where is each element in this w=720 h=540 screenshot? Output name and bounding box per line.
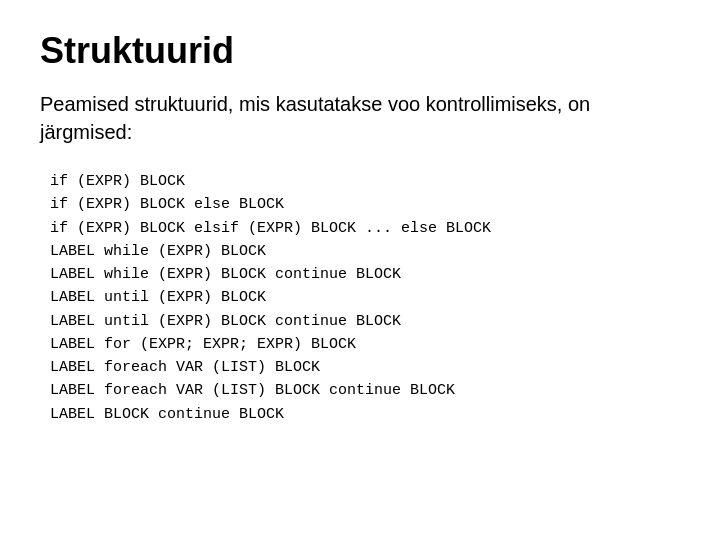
code-line: LABEL until (EXPR) BLOCK continue BLOCK [50, 310, 680, 333]
code-line: LABEL foreach VAR (LIST) BLOCK continue … [50, 379, 680, 402]
code-line: LABEL until (EXPR) BLOCK [50, 286, 680, 309]
code-line: LABEL for (EXPR; EXPR; EXPR) BLOCK [50, 333, 680, 356]
code-line: LABEL while (EXPR) BLOCK [50, 240, 680, 263]
code-block: if (EXPR) BLOCKif (EXPR) BLOCK else BLOC… [50, 170, 680, 426]
page-title: Struktuurid [40, 30, 680, 72]
code-line: if (EXPR) BLOCK else BLOCK [50, 193, 680, 216]
code-line: if (EXPR) BLOCK [50, 170, 680, 193]
subtitle-text: Peamised struktuurid, mis kasutatakse vo… [40, 90, 680, 146]
code-line: if (EXPR) BLOCK elsif (EXPR) BLOCK ... e… [50, 217, 680, 240]
code-line: LABEL BLOCK continue BLOCK [50, 403, 680, 426]
code-line: LABEL foreach VAR (LIST) BLOCK [50, 356, 680, 379]
code-line: LABEL while (EXPR) BLOCK continue BLOCK [50, 263, 680, 286]
